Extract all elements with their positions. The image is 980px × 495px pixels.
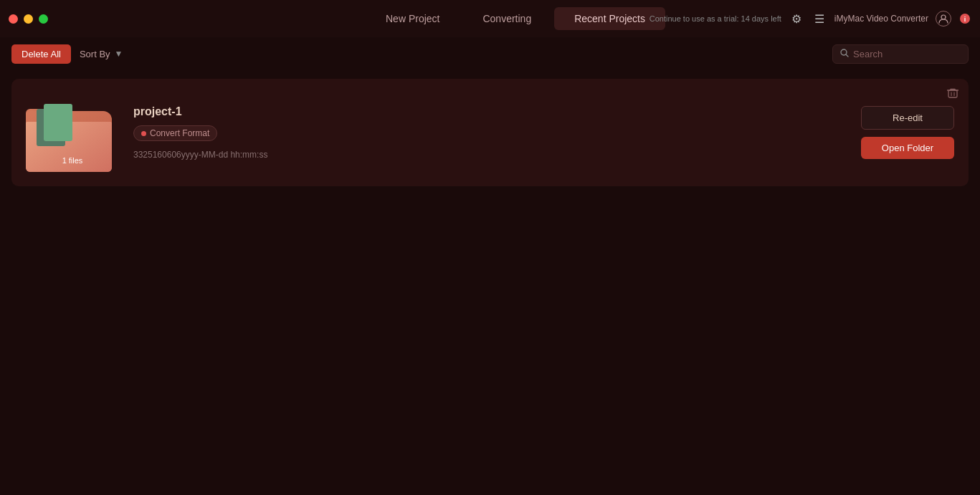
- svg-text:i: i: [964, 16, 966, 23]
- minimize-button[interactable]: [24, 14, 33, 24]
- tag-dot: [141, 131, 146, 136]
- app-name: iMyMac Video Converter: [834, 14, 928, 24]
- user-avatar-icon[interactable]: [936, 11, 951, 27]
- project-tag: Convert Format: [133, 125, 217, 141]
- svg-rect-5: [948, 90, 957, 97]
- search-container: [832, 44, 969, 64]
- open-folder-button[interactable]: Open Folder: [861, 137, 954, 159]
- tab-recent-projects[interactable]: Recent Projects: [554, 7, 665, 30]
- svg-point-0: [941, 15, 946, 19]
- titlebar: New Project Converting Recent Projects C…: [0, 0, 980, 37]
- search-icon: [840, 49, 849, 59]
- tab-converting[interactable]: Converting: [462, 7, 551, 30]
- project-tag-label: Convert Format: [150, 128, 209, 138]
- sort-by-label: Sort By: [80, 49, 110, 59]
- svg-line-4: [846, 54, 848, 57]
- sort-by-container[interactable]: Sort By ▼: [80, 49, 123, 59]
- search-input[interactable]: [853, 49, 961, 59]
- menu-icon[interactable]: ☰: [812, 11, 827, 27]
- toolbar: Delete All Sort By ▼: [0, 37, 980, 70]
- chevron-down-icon: ▼: [115, 49, 123, 59]
- trial-text: Continue to use as a trial: 14 days left: [650, 14, 781, 23]
- tab-new-project[interactable]: New Project: [366, 7, 460, 30]
- folder-file-front: [44, 104, 72, 141]
- delete-all-button[interactable]: Delete All: [11, 44, 71, 64]
- project-folder-icon: 1 files: [26, 93, 119, 172]
- app-logo-icon: i: [958, 12, 971, 25]
- maximize-button[interactable]: [39, 14, 48, 24]
- project-actions: Re-edit Open Folder: [861, 106, 954, 159]
- reedit-button[interactable]: Re-edit: [861, 106, 954, 130]
- delete-project-icon[interactable]: [947, 87, 958, 102]
- settings-icon[interactable]: ⚙: [789, 11, 804, 27]
- content-area: 1 files project-1 Convert Format 3325160…: [0, 70, 980, 495]
- project-info: project-1 Convert Format 3325160606yyyy-…: [133, 105, 847, 160]
- titlebar-right: Continue to use as a trial: 14 days left…: [650, 11, 971, 27]
- project-name: project-1: [133, 105, 847, 118]
- project-date: 3325160606yyyy-MM-dd hh:mm:ss: [133, 150, 847, 160]
- close-button[interactable]: [9, 14, 18, 24]
- traffic-lights: [9, 14, 48, 24]
- folder-files-label: 1 files: [62, 156, 83, 165]
- project-card: 1 files project-1 Convert Format 3325160…: [11, 79, 969, 186]
